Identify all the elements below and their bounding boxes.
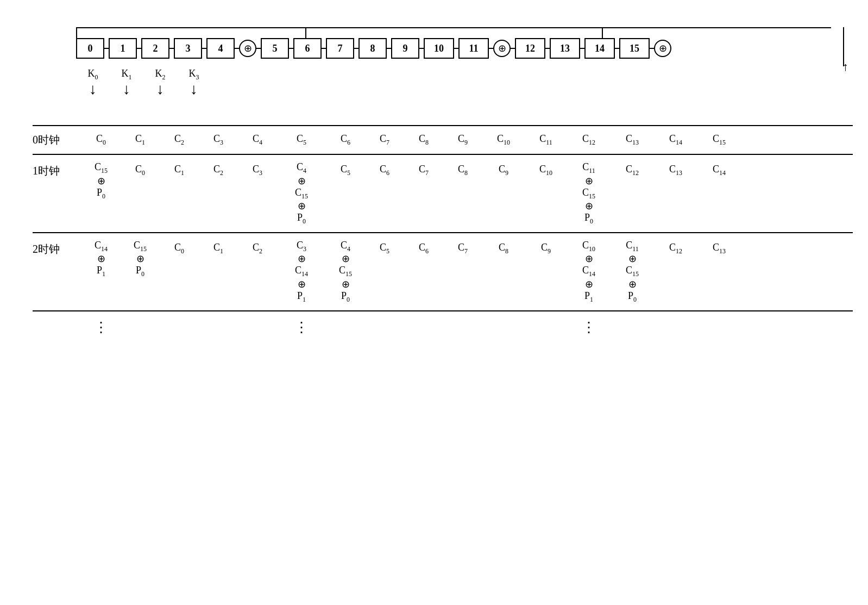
c1-13: C12 — [611, 161, 654, 177]
c2-5: C3 ⊕ C14 ⊕ P1 — [277, 240, 326, 304]
c0-13: C13 — [611, 133, 654, 147]
c0-12: C12 — [567, 133, 611, 147]
reg-3: 3 — [174, 38, 202, 59]
feedback-arrow-up: ↑ — [842, 60, 848, 74]
dots-3-empty — [199, 319, 238, 336]
c1-8: C7 — [404, 161, 443, 177]
conn-3-4 — [202, 48, 206, 49]
c2-13: C11 ⊕ C15 ⊕ P0 — [611, 240, 654, 304]
xor-3: ⊕ — [654, 40, 671, 57]
c0-3: C3 — [199, 133, 238, 147]
c0-5: C5 — [277, 133, 326, 147]
c2-6: C4 ⊕ C15 ⊕ P0 — [326, 240, 365, 304]
dots-7-empty — [365, 319, 404, 336]
c1-6: C5 — [326, 161, 365, 177]
k2-label: K2 — [155, 68, 166, 82]
dots-row: ⋮ ⋮ ⋮ — [33, 310, 853, 344]
clock0-label: 0时钟 — [33, 133, 81, 147]
dots-1-empty — [121, 319, 160, 336]
c1-14: C13 — [654, 161, 697, 177]
conn-13-14 — [580, 48, 584, 49]
c1-0: C15 ⊕ P0 — [81, 161, 121, 200]
c2-15: C13 — [697, 240, 741, 255]
k3-arrow: ↓ — [190, 82, 198, 97]
reg-10: 10 — [424, 38, 454, 59]
table-section: 0时钟 C0 C1 C2 C3 C4 C5 C6 C7 C8 C9 C10 C1… — [33, 125, 853, 344]
conn-0-1 — [104, 48, 109, 49]
clock2-row: 2时钟 C14 ⊕ P1 C15 ⊕ P0 C0 C1 — [33, 232, 853, 310]
c0-0: C0 — [81, 133, 121, 147]
c0-10: C10 — [482, 133, 525, 147]
c2-11: C9 — [525, 240, 567, 255]
reg-9: 9 — [391, 38, 419, 59]
c0-2: C2 — [160, 133, 199, 147]
conn-8-9 — [387, 48, 391, 49]
reg-6: 6 — [293, 38, 322, 59]
c1-12: C11 ⊕ C15 ⊕ P0 — [567, 161, 611, 226]
k2-arrow: ↓ — [156, 82, 164, 97]
dots-12: ⋮ — [567, 319, 611, 336]
conn-4-xor1 — [235, 48, 239, 49]
c2-10: C8 — [482, 240, 525, 255]
c2-14: C12 — [654, 240, 697, 255]
k1-arrow: ↓ — [123, 82, 130, 97]
dots-8-empty — [404, 319, 443, 336]
c2-12: C10 ⊕ C14 ⊕ P1 — [567, 240, 611, 304]
c1-2: C1 — [160, 161, 199, 177]
conn-xor1-5 — [256, 48, 261, 49]
conn-2-3 — [169, 48, 174, 49]
k0-label: K0 — [88, 68, 98, 82]
reg-4: 4 — [206, 38, 235, 59]
register-row: 0 1 2 3 4 ⊕ 5 6 7 8 9 10 11 — [76, 38, 671, 59]
conn-10-11 — [454, 48, 458, 49]
clock0-row: 0时钟 C0 C1 C2 C3 C4 C5 C6 C7 C8 C9 C10 C1… — [33, 125, 853, 154]
c2-1: C15 ⊕ P0 — [121, 240, 160, 278]
c2-8: C6 — [404, 240, 443, 255]
c0-7: C7 — [365, 133, 404, 147]
key-labels: K0 ↓ K1 ↓ K2 ↓ K3 ↓ — [76, 68, 211, 97]
dots-2-empty — [160, 319, 199, 336]
c1-3: C2 — [199, 161, 238, 177]
conn-15-xor3 — [650, 48, 654, 49]
reg-0: 0 — [76, 38, 104, 59]
c0-1: C1 — [121, 133, 160, 147]
c1-11: C10 — [525, 161, 567, 177]
clock2-label: 2时钟 — [33, 240, 81, 257]
c0-8: C8 — [404, 133, 443, 147]
conn-xor2-12 — [511, 48, 515, 49]
key-k2: K2 ↓ — [143, 68, 177, 97]
dots-6-empty — [326, 319, 365, 336]
c2-9: C7 — [443, 240, 482, 255]
c2-4: C2 — [238, 240, 277, 255]
clock2-content: C14 ⊕ P1 C15 ⊕ P0 C0 C1 C2 C3 — [81, 240, 853, 304]
k1-label: K1 — [122, 68, 132, 82]
reg-15: 15 — [619, 38, 650, 59]
c2-2: C0 — [160, 240, 199, 255]
c0-14: C14 — [654, 133, 697, 147]
xor-2: ⊕ — [493, 40, 511, 57]
reg-5: 5 — [261, 38, 289, 59]
key-k0: K0 ↓ — [76, 68, 110, 97]
dots-10-empty — [482, 319, 525, 336]
dots-9-empty — [443, 319, 482, 336]
clock0-content: C0 C1 C2 C3 C4 C5 C6 C7 C8 C9 C10 C11 C1… — [81, 133, 853, 147]
reg-11: 11 — [458, 38, 489, 59]
reg-12: 12 — [515, 38, 545, 59]
c0-4: C4 — [238, 133, 277, 147]
dots-5: ⋮ — [277, 319, 326, 336]
conn-5-6 — [289, 48, 293, 49]
c1-15: C14 — [697, 161, 741, 177]
reg-14: 14 — [584, 38, 615, 59]
k3-label: K3 — [189, 68, 199, 82]
reg-1: 1 — [109, 38, 137, 59]
c2-0: C14 ⊕ P1 — [81, 240, 121, 278]
key-k1: K1 ↓ — [110, 68, 143, 97]
xor-1: ⊕ — [239, 40, 256, 57]
main-container: ↑ 0 1 2 3 4 ⊕ 5 6 7 8 9 10 — [0, 0, 868, 605]
conn-9-10 — [419, 48, 424, 49]
clock1-row: 1时钟 C15 ⊕ P0 C0 C1 C2 C3 C4 ⊕ — [33, 154, 853, 232]
c1-5: C4 ⊕ C15 ⊕ P0 — [277, 161, 326, 226]
c2-3: C1 — [199, 240, 238, 255]
clock1-label: 1时钟 — [33, 161, 81, 178]
key-k3: K3 ↓ — [177, 68, 211, 97]
